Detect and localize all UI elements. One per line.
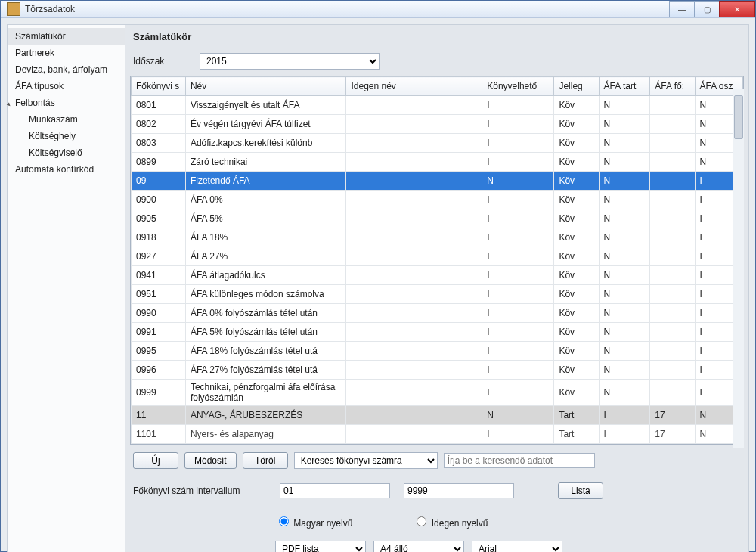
scroll-thumb[interactable] [734, 95, 743, 139]
cell: Köv [554, 228, 599, 247]
col-header-5[interactable]: ÁFA tart [599, 77, 650, 96]
col-header-0[interactable]: Főkönyvi s [132, 77, 186, 96]
main-panel: Számlatükör Időszak 2015 Főkönyvi sNév [125, 25, 748, 552]
interval-row: Főkönyvi szám intervallum Lista [133, 482, 741, 499]
cell: N [599, 228, 650, 247]
cell: ÁFA 0% folyószámlás tétel után [185, 304, 346, 323]
cell: 09 [132, 172, 186, 191]
interval-to-input[interactable] [404, 483, 514, 498]
cell: ÁFA 27% folyószámlás tétel utá [185, 361, 346, 380]
table-row[interactable]: 0802Év végén tárgyévi ÁFA túlfizetIKövNN [132, 115, 743, 134]
cell: Köv [554, 323, 599, 342]
cell: Köv [554, 209, 599, 228]
account-grid[interactable]: Főkönyvi sNévIdegen névKönyvelhetőJelleg… [130, 76, 744, 445]
cell [346, 153, 482, 172]
table-row[interactable]: 0927ÁFA 27%IKövNI [132, 247, 743, 266]
cell: ÁFA 5% [185, 209, 346, 228]
cell [346, 406, 482, 425]
format-select[interactable]: PDF lista [275, 541, 366, 552]
table-row[interactable]: 0803Adófiz.kapcs.kerekítési különbIKövNN [132, 134, 743, 153]
table-row[interactable]: 0801Visszaigényelt és utalt ÁFAIKövNN [132, 96, 743, 115]
sidebar-item-0[interactable]: Számlatükör [8, 28, 125, 45]
cell [650, 323, 695, 342]
table-row[interactable]: 0905ÁFA 5%IKövNI [132, 209, 743, 228]
table-row[interactable]: 0900ÁFA 0%IKövNI [132, 191, 743, 209]
cell: N [482, 406, 554, 425]
cell: Köv [554, 134, 599, 153]
sidebar-item-8[interactable]: Automata kontírkód [8, 161, 125, 178]
table-row[interactable]: 0918ÁFA 18%IKövNI [132, 228, 743, 247]
sidebar-item-4[interactable]: Felbontás [8, 95, 125, 111]
sidebar-item-1[interactable]: Partnerek [8, 45, 125, 61]
table-row[interactable]: 0899Záró technikaiIKövNN [132, 153, 743, 172]
list-button[interactable]: Lista [558, 482, 603, 499]
lang-hu-input[interactable] [279, 516, 289, 526]
table-row[interactable]: 1101Nyers- és alapanyagITartI17N [132, 425, 743, 444]
cell [650, 285, 695, 304]
col-header-3[interactable]: Könyvelhető [482, 77, 554, 96]
sidebar-item-2[interactable]: Deviza, bank, árfolyam [8, 61, 125, 78]
cell: I [599, 425, 650, 444]
cell [650, 228, 695, 247]
cell [650, 304, 695, 323]
table-row[interactable]: 0999Technikai, pénzforgalmi áfa előírása… [132, 380, 743, 406]
col-header-6[interactable]: ÁFA fő: [650, 77, 695, 96]
col-header-2[interactable]: Idegen név [346, 77, 482, 96]
cell: I [482, 285, 554, 304]
cell [346, 96, 482, 115]
table-row[interactable]: 0995ÁFA 18% folyószámlás tétel utáIKövNI [132, 342, 743, 361]
period-select[interactable]: 2015 [200, 53, 380, 70]
cell: Köv [554, 266, 599, 285]
cell [650, 96, 695, 115]
cell [346, 115, 482, 134]
cell: 0991 [132, 323, 186, 342]
cell: I [482, 304, 554, 323]
cell: ÁFA 27% [185, 247, 346, 266]
interval-from-input[interactable] [280, 483, 390, 498]
grid-scrollbar[interactable] [733, 89, 744, 448]
close-button[interactable]: ✕ [719, 1, 755, 17]
cell: I [482, 266, 554, 285]
table-row[interactable]: 0991ÁFA 5% folyószámlás tétel utánIKövNI [132, 323, 743, 342]
cell: Adófiz.kapcs.kerekítési különb [185, 134, 346, 153]
sidebar-item-5[interactable]: Munkaszám [8, 111, 125, 128]
lang-for-input[interactable] [417, 516, 426, 526]
cell: Köv [554, 285, 599, 304]
table-row[interactable]: 0996ÁFA 27% folyószámlás tétel utáIKövNI [132, 361, 743, 380]
lang-for-radio[interactable]: Idegen nyelvű [413, 514, 488, 529]
new-button[interactable]: Új [133, 452, 178, 469]
minimize-button[interactable]: — [669, 1, 695, 17]
cell: 0999 [132, 380, 186, 406]
col-header-4[interactable]: Jelleg [554, 77, 599, 96]
period-label: Időszak [133, 56, 200, 67]
cell: N [599, 285, 650, 304]
app-window: Törzsadatok — ▢ ✕ SzámlatükörPartnerekDe… [0, 0, 756, 552]
delete-button[interactable]: Töröl [243, 452, 288, 469]
search-mode-select[interactable]: Keresés főkönyvi számra [294, 452, 438, 469]
cell: 0802 [132, 115, 186, 134]
cell: I [482, 134, 554, 153]
cell: I [482, 342, 554, 361]
cell: Nyers- és alapanyag [185, 425, 346, 444]
font-select[interactable]: Arial [472, 541, 562, 552]
table-row[interactable]: 0941ÁFA átlagadókulcsIKövNI [132, 266, 743, 285]
cell: 0900 [132, 191, 186, 209]
sidebar-item-6[interactable]: Költséghely [8, 128, 125, 144]
table-row[interactable]: 0990ÁFA 0% folyószámlás tétel utánIKövNI [132, 304, 743, 323]
table-row[interactable]: 09Fizetendő ÁFANKövNI [132, 172, 743, 191]
search-input[interactable] [444, 453, 595, 468]
orientation-select[interactable]: A4 álló [373, 541, 464, 552]
table-row[interactable]: 11ANYAG-, ÁRUBESZERZÉSNTartI17N [132, 406, 743, 425]
sidebar-item-7[interactable]: Költségviselő [8, 144, 125, 161]
cell: 0803 [132, 134, 186, 153]
cell: Köv [554, 115, 599, 134]
col-header-1[interactable]: Név [185, 77, 346, 96]
cell [650, 247, 695, 266]
cell [650, 361, 695, 380]
cell: Köv [554, 304, 599, 323]
lang-hu-radio[interactable]: Magyar nyelvű [275, 514, 352, 529]
sidebar-item-3[interactable]: ÁFA típusok [8, 78, 125, 95]
maximize-button[interactable]: ▢ [694, 1, 720, 17]
edit-button[interactable]: Módosít [184, 452, 237, 469]
table-row[interactable]: 0951ÁFA különleges módon számolvaIKövNI [132, 285, 743, 304]
